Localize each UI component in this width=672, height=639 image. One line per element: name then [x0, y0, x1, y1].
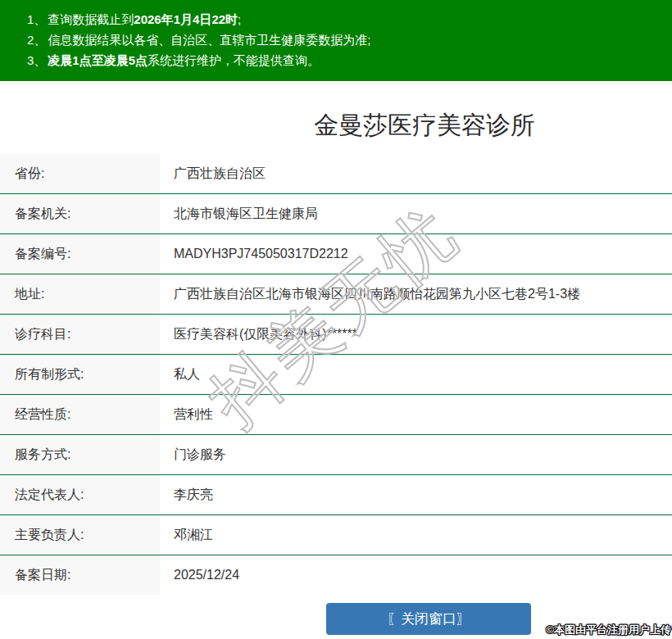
notice-line-1: 1、查询数据截止到2026年1月4日22时;	[27, 9, 664, 29]
table-row-service-mode: 服务方式: 门诊服务	[0, 435, 672, 475]
clinic-title: 金曼莎医疗美容诊所	[0, 108, 672, 143]
row-label: 备案编号:	[0, 234, 160, 274]
table-row-business-nature: 经营性质: 营利性	[0, 395, 672, 435]
table-row-ownership: 所有制形式: 私人	[0, 355, 672, 395]
table-row-address: 地址: 广西壮族自治区北海市银海区四川南路顺怡花园第九小区七巷2号1-3楼	[0, 274, 672, 315]
row-value: 2025/12/24	[160, 555, 672, 595]
record-table: 省份: 广西壮族自治区 备案机关: 北海市银海区卫生健康局 备案编号: MADY…	[0, 154, 672, 595]
attribution-text: ©本图由平台注册用户上传	[546, 623, 671, 637]
row-label: 经营性质:	[0, 395, 160, 434]
table-row-filing-number: 备案编号: MADYH3PJ745050317D2212	[0, 234, 672, 274]
row-label: 主要负责人:	[0, 515, 160, 555]
notice-number: 1、	[27, 12, 46, 26]
notice-number: 2、	[27, 33, 46, 47]
row-label: 备案机关:	[0, 194, 160, 233]
notice-number: 3、	[27, 53, 46, 67]
row-value: 广西壮族自治区北海市银海区四川南路顺怡花园第九小区七巷2号1-3楼	[160, 274, 672, 314]
close-window-button[interactable]: 〖关闭窗口〗	[326, 603, 531, 635]
row-value: 北海市银海区卫生健康局	[160, 194, 672, 233]
notice-bold-text: 2026年1月4日22时	[134, 12, 238, 26]
row-label: 地址:	[0, 274, 160, 314]
notice-line-2: 2、信息数据结果以各省、自治区、直辖市卫生健康委数据为准;	[27, 29, 664, 50]
row-label: 法定代表人:	[0, 475, 160, 514]
row-label: 备案日期:	[0, 555, 160, 595]
table-row-principal: 主要负责人: 邓湘江	[0, 515, 672, 555]
row-label: 诊疗科目:	[0, 315, 160, 354]
row-value: 邓湘江	[160, 515, 672, 555]
row-value: 广西壮族自治区	[160, 154, 672, 193]
table-row-filing-authority: 备案机关: 北海市银海区卫生健康局	[0, 194, 672, 234]
row-value: MADYH3PJ745050317D2212	[160, 234, 672, 274]
table-row-province: 省份: 广西壮族自治区	[0, 154, 672, 194]
notice-bold-text: 凌晨1点至凌晨5点	[48, 53, 148, 67]
table-row-filing-date: 备案日期: 2025/12/24	[0, 555, 672, 595]
table-row-legal-representative: 法定代表人: 李庆亮	[0, 475, 672, 515]
notice-header: 1、查询数据截止到2026年1月4日22时; 2、信息数据结果以各省、自治区、直…	[0, 0, 672, 81]
row-label: 省份:	[0, 154, 160, 193]
notice-text: 系统进行维护，不能提供查询。	[148, 53, 320, 67]
row-label: 服务方式:	[0, 435, 160, 474]
row-value: 营利性	[160, 395, 672, 434]
notice-text: 信息数据结果以各省、自治区、直辖市卫生健康委数据为准;	[48, 33, 370, 47]
notice-text: 查询数据截止到	[48, 12, 134, 26]
row-value: 医疗美容科(仅限美容外科)******	[160, 315, 672, 354]
row-value: 门诊服务	[160, 435, 672, 474]
row-value: 私人	[160, 355, 672, 394]
table-row-departments: 诊疗科目: 医疗美容科(仅限美容外科)******	[0, 315, 672, 355]
row-value: 李庆亮	[160, 475, 672, 514]
notice-text: ;	[238, 12, 241, 26]
notice-line-3: 3、凌晨1点至凌晨5点系统进行维护，不能提供查询。	[27, 50, 664, 70]
row-label: 所有制形式:	[0, 355, 160, 394]
